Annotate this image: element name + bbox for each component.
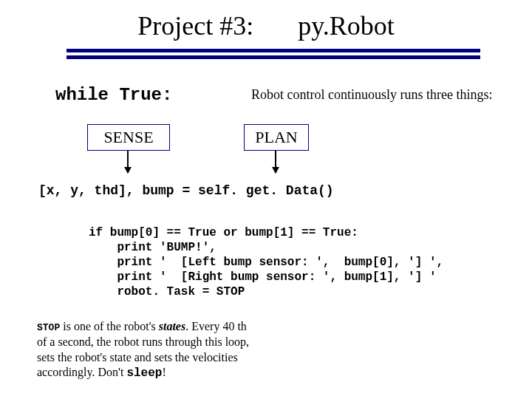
- subtitle-text: Robot control continuously runs three th…: [251, 87, 492, 103]
- code-bump-block: if bump[0] == True or bump[1] == True: p…: [89, 225, 443, 299]
- arrow-plan: [275, 151, 276, 173]
- while-true-code: while True:: [55, 85, 172, 105]
- code-getdata: [x, y, thd], bump = self. get. Data(): [38, 183, 334, 198]
- footnote-states: states: [159, 320, 185, 332]
- footnote-sleep: sleep: [126, 366, 162, 380]
- footnote-stop: STOP: [37, 322, 60, 333]
- title-left: Project #3:: [137, 11, 253, 41]
- sense-box: SENSE: [87, 124, 170, 151]
- footnote-p1a: is one of the robot's: [60, 320, 159, 332]
- slide-title: Project #3:py.Robot: [0, 10, 532, 41]
- plan-box: PLAN: [244, 124, 309, 151]
- title-right: py.Robot: [298, 11, 395, 41]
- footnote-p1c: !: [162, 366, 166, 378]
- title-underline: [66, 49, 480, 62]
- arrow-sense: [127, 151, 129, 173]
- sense-label: SENSE: [103, 128, 153, 146]
- footnote: STOP is one of the robot's states. Every…: [37, 319, 259, 381]
- plan-label: PLAN: [255, 128, 297, 146]
